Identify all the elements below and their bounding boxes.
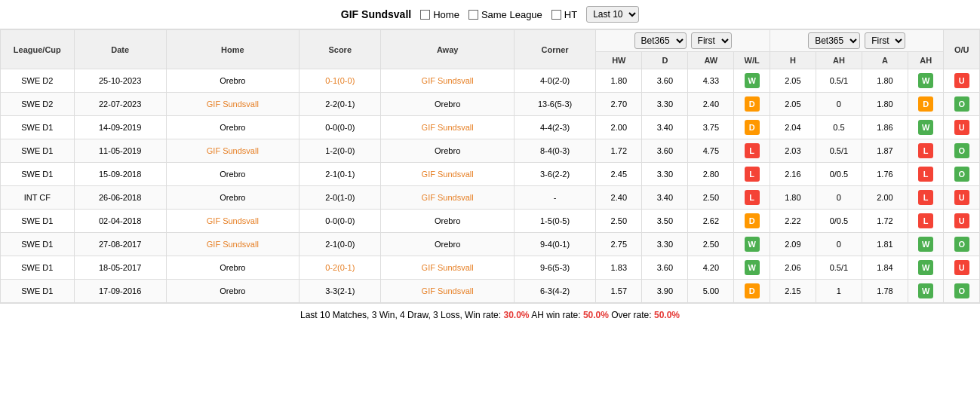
aw-odds: 2.50 — [688, 233, 734, 256]
ah-label: AH win rate: — [531, 310, 580, 320]
league: SWE D1 — [1, 256, 75, 280]
home-team: GIF Sundsvall — [166, 233, 299, 256]
main-container: GIF Sundsvall Home Same League HT Last 1… — [0, 0, 980, 326]
bet365-dropdown-2[interactable]: Bet365 — [808, 32, 860, 49]
score: 2-0(1-0) — [299, 186, 381, 210]
a-odds: 1.80 — [862, 93, 908, 116]
ah-odds: 0/0.5 — [816, 163, 862, 186]
wl-badge: W — [745, 237, 760, 252]
ah2-badge: W — [918, 237, 933, 252]
wl-badge: W — [745, 260, 760, 275]
a-odds: 1.84 — [862, 256, 908, 280]
home-team: GIF Sundsvall — [166, 139, 299, 163]
h-odds: 2.03 — [770, 139, 816, 163]
home-option: Home — [420, 9, 459, 20]
ah2-cell: W — [908, 69, 943, 93]
ht-option: HT — [551, 9, 577, 20]
col-home: Home — [166, 30, 299, 69]
score: 2-2(0-1) — [299, 93, 381, 116]
table-row: SWE D1 18-05-2017 Orebro 0-2(0-1) GIF Su… — [1, 256, 980, 280]
h-odds: 2.09 — [770, 233, 816, 256]
ah2-cell: L — [908, 210, 943, 233]
hw: 1.57 — [596, 280, 642, 303]
ou-badge: U — [954, 120, 969, 135]
aw-odds: 2.40 — [688, 93, 734, 116]
table-body: SWE D2 25-10-2023 Orebro 0-1(0-0) GIF Su… — [1, 69, 980, 303]
col-league-cup: League/Cup — [1, 30, 75, 69]
ah2-badge: W — [918, 283, 933, 298]
ou-cell: U — [944, 186, 980, 210]
last-n-dropdown[interactable]: Last 10 Last 20 All — [586, 6, 639, 23]
ou-cell: U — [944, 69, 980, 93]
ah2-badge: L — [918, 190, 933, 205]
hw: 2.50 — [596, 210, 642, 233]
hw: 1.72 — [596, 139, 642, 163]
ah2-cell: L — [908, 186, 943, 210]
away-team: Orebro — [381, 210, 514, 233]
col-away: Away — [381, 30, 514, 69]
aw-odds: 2.50 — [688, 186, 734, 210]
d-odds: 3.40 — [642, 116, 688, 139]
d-odds: 3.60 — [642, 69, 688, 93]
ht-label: HT — [564, 9, 577, 20]
ah2-badge: W — [918, 260, 933, 275]
d-odds: 3.30 — [642, 163, 688, 186]
league: SWE D1 — [1, 163, 75, 186]
table-row: INT CF 26-06-2018 Orebro 2-0(1-0) GIF Su… — [1, 186, 980, 210]
league: SWE D1 — [1, 233, 75, 256]
away-team: Orebro — [381, 93, 514, 116]
same-league-checkbox[interactable] — [468, 10, 478, 20]
ou-cell: O — [944, 139, 980, 163]
ou-badge: O — [954, 96, 969, 112]
corner: 3-6(2-2) — [514, 163, 596, 186]
ah2-badge: L — [918, 143, 933, 158]
over-label: Over rate: — [611, 310, 651, 320]
ou-cell: O — [944, 280, 980, 303]
ah2-cell: W — [908, 256, 943, 280]
away-team: Orebro — [381, 139, 514, 163]
ht-checkbox[interactable] — [551, 10, 561, 20]
table-row: SWE D1 17-09-2016 Orebro 3-3(2-1) GIF Su… — [1, 280, 980, 303]
first-dropdown-1[interactable]: FirstLast — [691, 32, 732, 49]
hw: 2.70 — [596, 93, 642, 116]
ou-cell: U — [944, 210, 980, 233]
d-odds: 3.50 — [642, 210, 688, 233]
corner: 1-5(0-5) — [514, 210, 596, 233]
ou-badge: O — [954, 283, 969, 298]
footer: Last 10 Matches, 3 Win, 4 Draw, 3 Loss, … — [0, 303, 980, 326]
home-checkbox[interactable] — [420, 10, 430, 20]
home-team: Orebro — [166, 256, 299, 280]
aw-odds: 2.80 — [688, 163, 734, 186]
wl-badge: W — [745, 73, 760, 88]
date: 22-07-2023 — [74, 93, 166, 116]
d-odds: 3.60 — [642, 139, 688, 163]
ah-odds: 0.5/1 — [816, 256, 862, 280]
score: 0-1(0-0) — [299, 69, 381, 93]
header: GIF Sundsvall Home Same League HT Last 1… — [0, 0, 980, 29]
ah-odds: 0.5 — [816, 116, 862, 139]
a-odds: 1.78 — [862, 280, 908, 303]
hw: 2.45 — [596, 163, 642, 186]
aw-odds: 4.75 — [688, 139, 734, 163]
h-odds: 2.05 — [770, 93, 816, 116]
ah2-cell: W — [908, 116, 943, 139]
table-row: SWE D2 22-07-2023 GIF Sundsvall 2-2(0-1)… — [1, 93, 980, 116]
col-aw: AW — [688, 52, 734, 69]
corner: 6-3(4-2) — [514, 280, 596, 303]
ou-badge: U — [954, 260, 969, 275]
matches-table: League/Cup Date Home Score Away Corner B… — [0, 29, 980, 303]
date: 02-04-2018 — [74, 210, 166, 233]
table-row: SWE D1 15-09-2018 Orebro 2-1(0-1) GIF Su… — [1, 163, 980, 186]
date: 14-09-2019 — [74, 116, 166, 139]
d-odds: 3.30 — [642, 233, 688, 256]
first-dropdown-2[interactable]: FirstLast — [865, 32, 905, 49]
wl-badge: D — [745, 283, 760, 298]
d-odds: 3.30 — [642, 93, 688, 116]
bet365-dropdown-1[interactable]: Bet365 — [634, 32, 687, 49]
wl-badge: L — [745, 143, 760, 158]
away-team: GIF Sundsvall — [381, 256, 514, 280]
wl-cell: W — [734, 256, 770, 280]
team-title: GIF Sundsvall — [341, 8, 411, 20]
league: INT CF — [1, 186, 75, 210]
ah2-badge: L — [918, 167, 933, 182]
